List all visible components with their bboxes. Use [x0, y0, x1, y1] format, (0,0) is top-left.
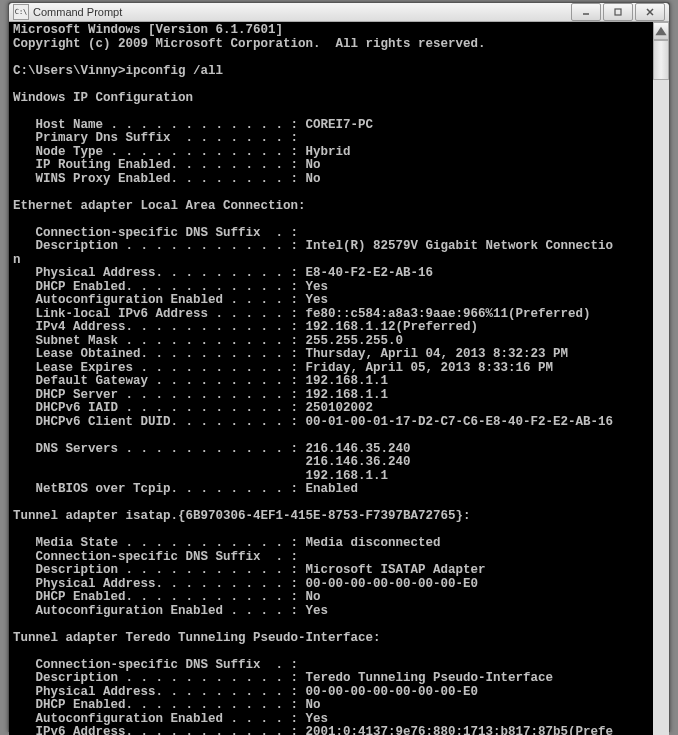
eth-conndns-label: Connection-specific DNS Suffix . :	[13, 226, 298, 240]
heading-ethernet: Ethernet adapter Local Area Connection:	[13, 199, 306, 213]
eth-subnet-label: Subnet Mask . . . . . . . . . . . :	[13, 334, 306, 348]
primarydns-label: Primary Dns Suffix . . . . . . . :	[13, 131, 298, 145]
nodetype-value: Hybrid	[306, 145, 351, 159]
isa-media-label: Media State . . . . . . . . . . . :	[13, 536, 306, 550]
eth-dns2-value: 216.146.36.240	[13, 455, 411, 469]
scroll-up-button[interactable]	[653, 22, 669, 40]
minimize-icon	[581, 7, 591, 17]
winsproxy-label: WINS Proxy Enabled. . . . . . . . :	[13, 172, 306, 186]
window-title: Command Prompt	[33, 6, 571, 18]
isa-phys-value: 00-00-00-00-00-00-00-E0	[306, 577, 479, 591]
eth-phys-value: E8-40-F2-E2-AB-16	[306, 266, 434, 280]
heading-teredo: Tunnel adapter Teredo Tunneling Pseudo-I…	[13, 631, 381, 645]
ter-autoconf-label: Autoconfiguration Enabled . . . . :	[13, 712, 306, 726]
ter-conndns-label: Connection-specific DNS Suffix . :	[13, 658, 298, 672]
eth-ipv4-value: 192.168.1.12(Preferred)	[306, 320, 479, 334]
scrollbar-thumb[interactable]	[653, 40, 669, 80]
maximize-button[interactable]	[603, 3, 633, 21]
isa-conndns-label: Connection-specific DNS Suffix . :	[13, 550, 298, 564]
cmd-icon: C:\	[13, 4, 29, 20]
banner-line-1: Microsoft Windows [Version 6.1.7601]	[13, 23, 283, 37]
eth-desc-label: Description . . . . . . . . . . . :	[13, 239, 306, 253]
eth-netbios-label: NetBIOS over Tcpip. . . . . . . . :	[13, 482, 306, 496]
isa-phys-label: Physical Address. . . . . . . . . :	[13, 577, 306, 591]
eth-iaid-label: DHCPv6 IAID . . . . . . . . . . . :	[13, 401, 306, 415]
eth-leaseobt-label: Lease Obtained. . . . . . . . . . :	[13, 347, 306, 361]
close-button[interactable]	[635, 3, 665, 21]
eth-autoconf-value: Yes	[306, 293, 329, 307]
minimize-button[interactable]	[571, 3, 601, 21]
isa-dhcp-label: DHCP Enabled. . . . . . . . . . . :	[13, 590, 306, 604]
content-area: Microsoft Windows [Version 6.1.7601] Cop…	[9, 22, 669, 735]
isa-desc-value: Microsoft ISATAP Adapter	[306, 563, 486, 577]
scrollbar-track[interactable]	[653, 40, 669, 735]
ter-ipv6-label: IPv6 Address. . . . . . . . . . . :	[13, 725, 306, 735]
eth-leaseexp-value: Friday, April 05, 2013 8:33:16 PM	[306, 361, 554, 375]
terminal-output[interactable]: Microsoft Windows [Version 6.1.7601] Cop…	[9, 22, 653, 735]
titlebar[interactable]: C:\ Command Prompt	[9, 3, 669, 22]
ter-phys-value: 00-00-00-00-00-00-00-E0	[306, 685, 479, 699]
hostname-value: COREI7-PC	[306, 118, 374, 132]
eth-duid-value: 00-01-00-01-17-D2-C7-C6-E8-40-F2-E2-AB-1…	[306, 415, 614, 429]
winsproxy-value: No	[306, 172, 321, 186]
close-icon	[645, 7, 655, 17]
eth-gateway-value: 192.168.1.1	[306, 374, 389, 388]
eth-dns-label: DNS Servers . . . . . . . . . . . :	[13, 442, 306, 456]
eth-linklocal-value: fe80::c584:a8a3:9aae:966%11(Preferred)	[306, 307, 591, 321]
chevron-up-icon	[654, 24, 668, 38]
ter-desc-label: Description . . . . . . . . . . . :	[13, 671, 306, 685]
ter-phys-label: Physical Address. . . . . . . . . :	[13, 685, 306, 699]
isa-desc-label: Description . . . . . . . . . . . :	[13, 563, 306, 577]
iprouting-label: IP Routing Enabled. . . . . . . . :	[13, 158, 306, 172]
heading-ipconfig: Windows IP Configuration	[13, 91, 193, 105]
ter-autoconf-value: Yes	[306, 712, 329, 726]
heading-isatap: Tunnel adapter isatap.{6B970306-4EF1-415…	[13, 509, 471, 523]
isa-dhcp-value: No	[306, 590, 321, 604]
eth-subnet-value: 255.255.255.0	[306, 334, 404, 348]
eth-iaid-value: 250102002	[306, 401, 374, 415]
window-buttons	[571, 3, 665, 21]
eth-dns1-value: 216.146.35.240	[306, 442, 411, 456]
cmd-icon-label: C:\	[15, 8, 28, 16]
eth-leaseobt-value: Thursday, April 04, 2013 8:32:23 PM	[306, 347, 569, 361]
isa-autoconf-label: Autoconfiguration Enabled . . . . :	[13, 604, 306, 618]
nodetype-label: Node Type . . . . . . . . . . . . :	[13, 145, 306, 159]
command-prompt-window: C:\ Command Prompt Microsoft Windows [Ve…	[8, 2, 670, 732]
ter-desc-value: Teredo Tunneling Pseudo-Interface	[306, 671, 554, 685]
eth-dhcp-label: DHCP Enabled. . . . . . . . . . . :	[13, 280, 306, 294]
hostname-label: Host Name . . . . . . . . . . . . :	[13, 118, 306, 132]
eth-dhcp-value: Yes	[306, 280, 329, 294]
maximize-icon	[613, 7, 623, 17]
eth-linklocal-label: Link-local IPv6 Address . . . . . :	[13, 307, 306, 321]
eth-dns3-value: 192.168.1.1	[13, 469, 388, 483]
eth-netbios-value: Enabled	[306, 482, 359, 496]
prompt-line: C:\Users\Vinny>ipconfig /all	[13, 64, 223, 78]
svg-marker-4	[655, 27, 666, 35]
banner-line-2: Copyright (c) 2009 Microsoft Corporation…	[13, 37, 486, 51]
scrollbar[interactable]	[653, 22, 669, 735]
eth-duid-label: DHCPv6 Client DUID. . . . . . . . :	[13, 415, 306, 429]
eth-gateway-label: Default Gateway . . . . . . . . . :	[13, 374, 306, 388]
eth-desc-value: Intel(R) 82579V Gigabit Network Connecti…	[306, 239, 614, 253]
ter-dhcp-value: No	[306, 698, 321, 712]
isa-media-value: Media disconnected	[306, 536, 441, 550]
eth-autoconf-label: Autoconfiguration Enabled . . . . :	[13, 293, 306, 307]
eth-phys-label: Physical Address. . . . . . . . . :	[13, 266, 306, 280]
svg-rect-1	[615, 9, 621, 15]
ter-ipv6-value: 2001:0:4137:9e76:880:1713:b817:87b5(Pref…	[306, 725, 614, 735]
isa-autoconf-value: Yes	[306, 604, 329, 618]
iprouting-value: No	[306, 158, 321, 172]
ter-dhcp-label: DHCP Enabled. . . . . . . . . . . :	[13, 698, 306, 712]
eth-dhcpsrv-label: DHCP Server . . . . . . . . . . . :	[13, 388, 306, 402]
eth-ipv4-label: IPv4 Address. . . . . . . . . . . :	[13, 320, 306, 334]
eth-leaseexp-label: Lease Expires . . . . . . . . . . :	[13, 361, 306, 375]
eth-dhcpsrv-value: 192.168.1.1	[306, 388, 389, 402]
eth-desc-wrap: n	[13, 253, 21, 267]
